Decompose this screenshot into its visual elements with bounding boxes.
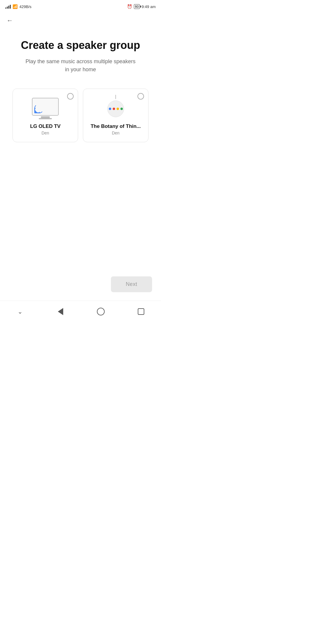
- tv-icon: [29, 95, 62, 119]
- mini-dot-green: [120, 108, 123, 110]
- battery-indicator: 93: [134, 4, 140, 9]
- next-button-wrapper: Next: [111, 276, 152, 292]
- status-bar: 📶 429B/s ⏰ 93 9:49 am: [0, 0, 161, 12]
- mini-dot-yellow: [117, 108, 119, 110]
- select-radio-lg-oled-tv[interactable]: [67, 93, 74, 100]
- back-button[interactable]: ←: [0, 12, 161, 27]
- back-arrow-icon: ←: [7, 17, 13, 24]
- network-speed: 429B/s: [19, 4, 31, 9]
- device-card-lg-oled-tv[interactable]: LG OLED TV Den: [13, 89, 78, 142]
- device-name-botany-mini: The Botany of Thin...: [91, 123, 141, 129]
- mini-dot-blue: [109, 108, 111, 110]
- nav-home-button[interactable]: [94, 305, 107, 318]
- device-card-botany-mini[interactable]: The Botany of Thin... Den: [83, 89, 148, 142]
- mini-cord-shape: [115, 95, 116, 99]
- mini-body-shape: [107, 100, 124, 117]
- nav-back-button[interactable]: [54, 305, 67, 318]
- nav-chevron-down-button[interactable]: ⌄: [14, 305, 27, 318]
- nav-recents-button[interactable]: [134, 305, 148, 318]
- google-mini-icon: [99, 95, 132, 119]
- device-location-lg-oled-tv: Den: [41, 131, 49, 135]
- device-location-botany-mini: Den: [112, 131, 120, 135]
- cast-arc-large: [34, 104, 44, 113]
- tv-stand-shape: [41, 116, 50, 118]
- device-cards-container: LG OLED TV Den The Botany of Thin... Den: [0, 80, 161, 142]
- page-header: Create a speaker group Play the same mus…: [0, 27, 161, 80]
- page-title: Create a speaker group: [12, 39, 149, 52]
- mini-dot-red: [113, 108, 115, 110]
- mini-dots-container: [109, 108, 123, 110]
- bottom-navigation: ⌄: [0, 301, 161, 322]
- page-subtitle: Play the same music across multiple spea…: [24, 58, 137, 74]
- wifi-icon: 📶: [13, 4, 18, 9]
- recents-nav-icon: [138, 308, 144, 315]
- time-display: 9:49 am: [142, 4, 156, 9]
- alarm-icon: ⏰: [127, 4, 132, 9]
- tv-screen-shape: [32, 98, 59, 116]
- home-nav-icon: [97, 308, 105, 315]
- chevron-down-icon: ⌄: [18, 308, 23, 315]
- signal-strength-icon: [5, 4, 11, 9]
- next-button[interactable]: Next: [111, 276, 152, 292]
- select-radio-botany-mini[interactable]: [137, 93, 144, 100]
- status-right: ⏰ 93 9:49 am: [127, 4, 156, 9]
- status-left: 📶 429B/s: [5, 4, 31, 9]
- device-name-lg-oled-tv: LG OLED TV: [30, 123, 61, 129]
- back-nav-icon: [58, 308, 63, 315]
